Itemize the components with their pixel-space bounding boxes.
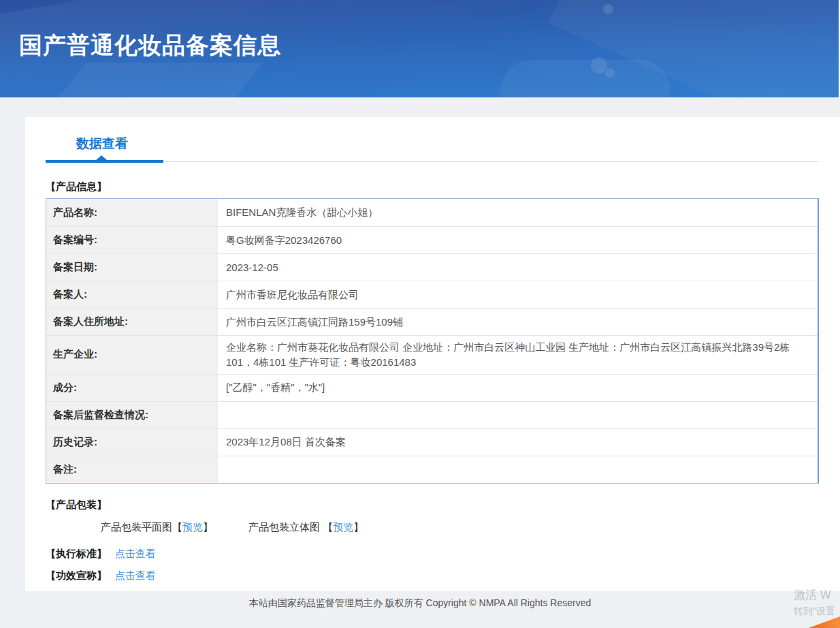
row-value: 粤G妆网备字2023426760 <box>218 227 818 253</box>
table-row: 备案编号: 粤G妆网备字2023426760 <box>46 226 818 253</box>
row-value: 广州市香班尼化妆品有限公司 <box>218 281 818 308</box>
table-row: 成分: ["乙醇"，"香精"，"水"] <box>46 374 818 401</box>
packaging-flat-label: 产品包装平面图 <box>101 521 172 533</box>
row-label: 备注: <box>46 456 218 483</box>
activation-line1: 激活 W <box>794 587 840 603</box>
header-decoration-polygon <box>44 63 263 97</box>
page-header: 国产普通化妆品备案信息 <box>0 0 839 97</box>
page-title: 国产普通化妆品备案信息 <box>19 31 281 59</box>
table-row: 备案人住所地址: 广州市白云区江高镇江同路159号109铺 <box>46 308 818 335</box>
table-row: 生产企业: 企业名称：广州市葵花化妆品有限公司 企业地址：广州市白云区神山工业园… <box>46 335 818 374</box>
page-footer: 本站由国家药品监督管理局主办 版权所有 Copyright © NMPA All… <box>0 591 840 628</box>
activation-line2: 转到"设置 <box>794 606 840 618</box>
row-label: 产品名称: <box>46 199 218 226</box>
header-decoration-dot <box>605 68 615 78</box>
copyright-text: 本站由国家药品监督管理局主办 版权所有 Copyright © NMPA All… <box>249 597 591 608</box>
bracket: 【 <box>172 521 182 533</box>
packaging-3d-label: 产品包装立体图 <box>248 521 323 533</box>
tab-data-view[interactable]: 数据查看 <box>76 136 128 151</box>
row-value: 企业名称：广州市葵花化妆品有限公司 企业地址：广州市白云区神山工业园 生产地址：… <box>218 336 818 374</box>
execution-standard-view-link[interactable]: 点击查看 <box>115 548 156 559</box>
section-heading-efficacy-claim: 【功效宣称】 <box>46 569 107 581</box>
table-row: 备案后监督检查情况: <box>46 401 818 428</box>
section-heading-execution-standard: 【执行标准】 <box>46 548 107 559</box>
header-decoration-dot <box>591 57 607 74</box>
row-label: 历史记录: <box>46 429 218 456</box>
packaging-row: 产品包装平面图【预览】产品包装立体图 【预览】 <box>46 521 819 534</box>
row-value: 2023-12-05 <box>218 254 818 281</box>
efficacy-claim-row: 【功效宣称】点击查看 <box>46 569 819 582</box>
row-label: 备案人住所地址: <box>46 309 218 335</box>
header-decoration-blob <box>500 60 671 97</box>
section-heading-product-info: 【产品信息】 <box>46 180 819 193</box>
header-decoration-band <box>549 0 839 97</box>
row-label: 备案人: <box>46 281 218 308</box>
header-decoration-dot <box>603 4 613 14</box>
packaging-3d-preview-link[interactable]: 预览 <box>333 521 353 533</box>
row-label: 备案编号: <box>46 227 218 253</box>
row-value: BIFENLAN克隆香水（甜心小姐） <box>218 199 818 226</box>
section-heading-packaging: 【产品包装】 <box>46 499 819 512</box>
product-info-table: 产品名称: BIFENLAN克隆香水（甜心小姐） 备案编号: 粤G妆网备字202… <box>46 198 819 484</box>
table-row: 备案人: 广州市香班尼化妆品有限公司 <box>46 281 818 308</box>
tab-active-underline <box>46 160 163 163</box>
table-row: 备案日期: 2023-12-05 <box>46 253 818 281</box>
row-value <box>218 402 818 428</box>
bracket: 【 <box>323 521 333 533</box>
tab-separator <box>46 160 819 163</box>
efficacy-claim-view-link[interactable]: 点击查看 <box>115 569 156 581</box>
row-value: 广州市白云区江高镇江同路159号109铺 <box>218 309 818 335</box>
content-card: 数据查看 【产品信息】 产品名称: BIFENLAN克隆香水（甜心小姐） 备案编… <box>25 117 840 591</box>
packaging-flat-preview-link[interactable]: 预览 <box>182 521 203 533</box>
table-row: 产品名称: BIFENLAN克隆香水（甜心小姐） <box>46 199 818 226</box>
row-value <box>218 456 818 483</box>
row-label: 备案后监督检查情况: <box>46 402 218 428</box>
table-row: 历史记录: 2023年12月08日 首次备案 <box>46 428 818 456</box>
execution-standard-row: 【执行标准】点击查看 <box>46 548 819 561</box>
table-row: 备注: <box>46 456 818 483</box>
row-label: 生产企业: <box>46 336 218 374</box>
row-value: ["乙醇"，"香精"，"水"] <box>218 375 818 401</box>
row-label: 备案日期: <box>46 254 218 281</box>
windows-activation-watermark: 激活 W 转到"设置 <box>794 587 840 618</box>
bracket: 】 <box>203 521 213 533</box>
row-label: 成分: <box>46 375 218 401</box>
bracket: 】 <box>353 521 364 533</box>
row-value: 2023年12月08日 首次备案 <box>218 429 818 456</box>
